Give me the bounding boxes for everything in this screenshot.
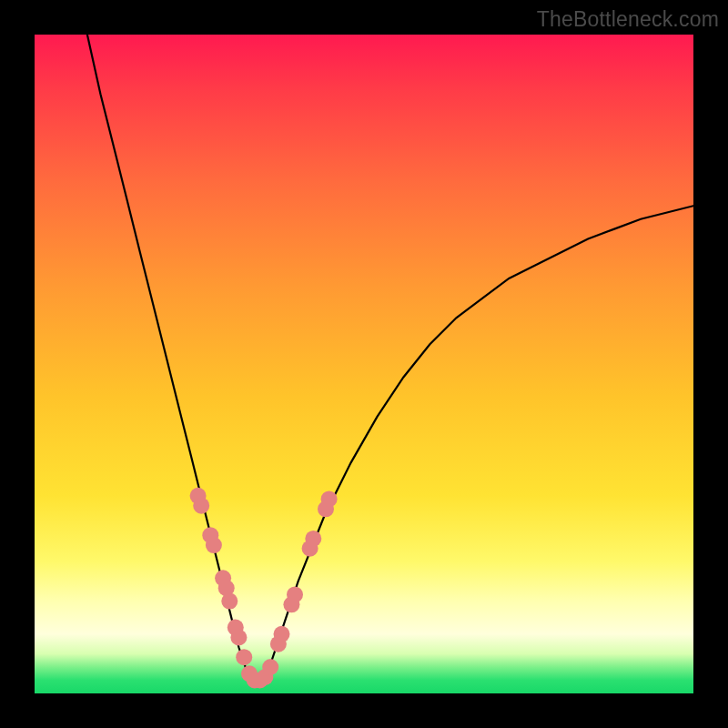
highlight-dot: [236, 649, 252, 665]
highlight-dot: [230, 630, 247, 646]
bottleneck-curve: [87, 35, 693, 681]
plot-area: [35, 35, 693, 693]
highlight-dot: [305, 531, 321, 547]
highlight-dot: [221, 593, 238, 610]
watermark-text: TheBottleneck.com: [537, 7, 719, 32]
highlight-dot: [262, 659, 278, 675]
highlight-dot: [287, 586, 303, 602]
chart-root: TheBottleneck.com: [0, 0, 728, 728]
highlight-dot: [274, 626, 290, 642]
highlight-dot: [193, 498, 209, 514]
highlight-dot: [206, 537, 222, 553]
highlight-dot: [321, 490, 338, 507]
highlight-dots: [190, 488, 338, 689]
curve-layer: [35, 35, 693, 693]
